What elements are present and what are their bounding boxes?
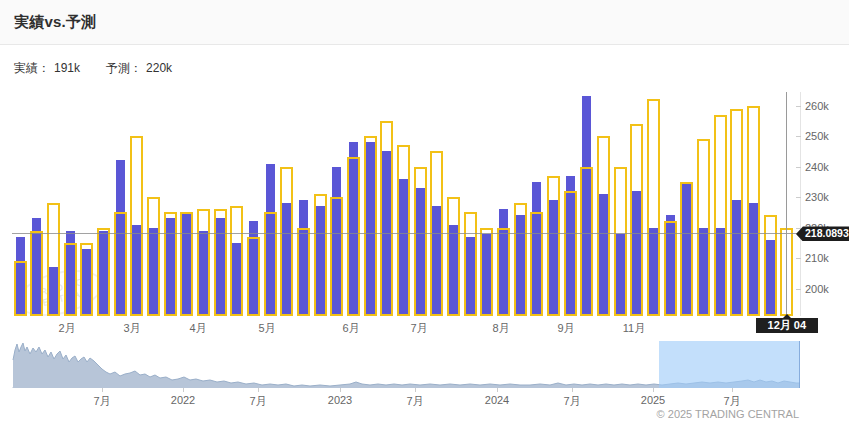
navigator-axis-label: 2024: [485, 394, 509, 406]
crosshair-date-tooltip: 12月 04: [756, 318, 818, 333]
bar-column[interactable]: [578, 92, 595, 316]
bar-column[interactable]: [745, 92, 762, 316]
bar-column[interactable]: [628, 92, 645, 316]
forecast-bar: [630, 124, 643, 316]
navigator-tick-mark: [415, 388, 416, 392]
bar-column[interactable]: [545, 92, 562, 316]
y-tick-mark: [796, 197, 801, 198]
bar-column[interactable]: [195, 92, 212, 316]
bar-column[interactable]: [612, 92, 629, 316]
bar-column[interactable]: [762, 92, 779, 316]
bar-column[interactable]: [212, 92, 229, 316]
bar-column[interactable]: [695, 92, 712, 316]
bar-column[interactable]: [378, 92, 395, 316]
navigator-axis-label: 7月: [93, 394, 110, 409]
forecast-bar: [130, 136, 143, 316]
forecast-bar: [97, 228, 110, 316]
y-tick-label: 230k: [805, 192, 829, 203]
bar-column[interactable]: [428, 92, 445, 316]
x-axis-label: 3月: [123, 321, 140, 336]
legend-actual-value: 191k: [54, 61, 80, 75]
navigator-axis-label: 2022: [171, 394, 195, 406]
bar-column[interactable]: [528, 92, 545, 316]
actual-vs-forecast-widget: 実績vs.予測 実績：191k予測：220k TRADING CENTRAL 2…: [0, 0, 849, 432]
bar-column[interactable]: [662, 92, 679, 316]
crosshair-line: [786, 92, 787, 318]
bar-column[interactable]: [278, 92, 295, 316]
legend-forecast-label: 予測：: [106, 61, 142, 75]
bar-column[interactable]: [645, 92, 662, 316]
navigator-axis-label: 7月: [249, 394, 266, 409]
bar-column[interactable]: [312, 92, 329, 316]
bar-column[interactable]: [495, 92, 512, 316]
forecast-bar: [564, 191, 577, 316]
bar-column[interactable]: [295, 92, 312, 316]
forecast-bar: [114, 212, 127, 316]
navigator-selection-range[interactable]: [659, 341, 800, 388]
y-tick-mark: [796, 136, 801, 137]
forecast-bar: [180, 212, 193, 316]
bar-column[interactable]: [512, 92, 529, 316]
forecast-bar: [580, 167, 593, 316]
bar-column[interactable]: [95, 92, 112, 316]
navigator[interactable]: [12, 341, 800, 388]
forecast-bar: [464, 212, 477, 316]
forecast-bar: [747, 106, 760, 316]
copyright-text: © 2025 TRADING CENTRAL: [657, 408, 799, 420]
x-axis-label: 7月: [410, 321, 427, 336]
forecast-bar: [30, 231, 43, 316]
x-axis-label: 11月: [623, 321, 645, 336]
bar-column[interactable]: [328, 92, 345, 316]
y-tick-label: 200k: [805, 284, 829, 295]
navigator-axis-label: 7月: [563, 394, 580, 409]
bar-column[interactable]: [478, 92, 495, 316]
bar-column[interactable]: [178, 92, 195, 316]
bar-column[interactable]: [12, 92, 29, 316]
forecast-bar: [480, 228, 493, 316]
bar-column[interactable]: [78, 92, 95, 316]
bar-column[interactable]: [395, 92, 412, 316]
navigator-axis-label: 2025: [641, 394, 665, 406]
y-tick-mark: [796, 106, 801, 107]
bar-column[interactable]: [462, 92, 479, 316]
bar-column[interactable]: [45, 92, 62, 316]
forecast-bar: [164, 212, 177, 316]
forecast-bar: [314, 194, 327, 316]
forecast-bar: [230, 206, 243, 316]
forecast-bar: [664, 221, 677, 316]
x-axis-label: 6月: [342, 321, 359, 336]
bar-column[interactable]: [145, 92, 162, 316]
forecast-bar: [730, 109, 743, 316]
bar-column[interactable]: [112, 92, 129, 316]
legend-actual-label: 実績：: [14, 61, 50, 75]
bar-column[interactable]: [62, 92, 79, 316]
bar-column[interactable]: [412, 92, 429, 316]
y-tick-label: 210k: [805, 253, 829, 264]
forecast-bar: [380, 121, 393, 316]
navigator-tick-mark: [258, 388, 259, 392]
bar-column[interactable]: [445, 92, 462, 316]
bar-column[interactable]: [362, 92, 379, 316]
bar-column[interactable]: [162, 92, 179, 316]
forecast-bar: [547, 176, 560, 316]
header-bar: 実績vs.予測: [0, 0, 849, 45]
bar-column[interactable]: [729, 92, 746, 316]
forecast-bar: [680, 182, 693, 316]
y-tick-mark: [796, 167, 801, 168]
navigator-tick-mark: [572, 388, 573, 392]
bar-column[interactable]: [562, 92, 579, 316]
bar-column[interactable]: [712, 92, 729, 316]
forecast-bar: [247, 237, 260, 316]
forecast-bar: [397, 145, 410, 316]
bar-column[interactable]: [228, 92, 245, 316]
bar-column[interactable]: [262, 92, 279, 316]
bar-column[interactable]: [345, 92, 362, 316]
forecast-bar: [347, 157, 360, 316]
y-tick-label: 240k: [805, 162, 829, 173]
bar-column[interactable]: [28, 92, 45, 316]
bar-column[interactable]: [128, 92, 145, 316]
x-axis-label: 5月: [258, 321, 275, 336]
bar-column[interactable]: [245, 92, 262, 316]
bar-column[interactable]: [679, 92, 696, 316]
bar-column[interactable]: [595, 92, 612, 316]
